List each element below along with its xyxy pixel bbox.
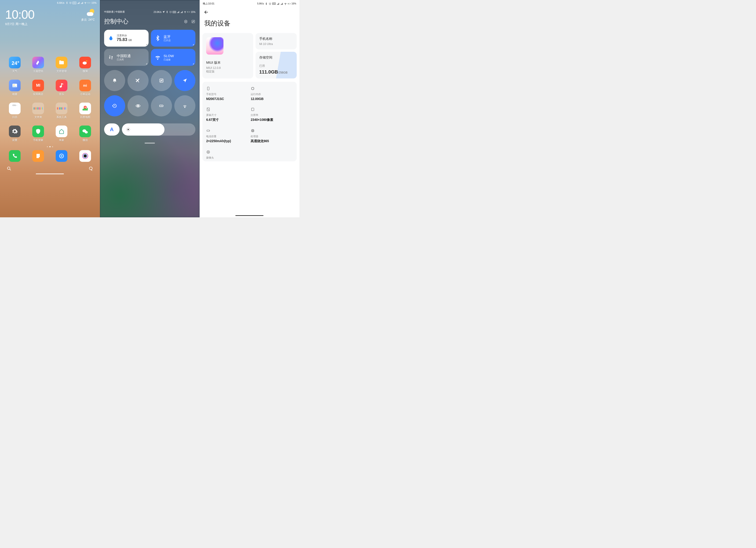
camera-icon bbox=[206, 150, 210, 154]
app-music[interactable]: 音乐 bbox=[51, 80, 72, 96]
dock-camera[interactable] bbox=[74, 150, 95, 162]
auto-brightness-toggle[interactable]: A bbox=[104, 123, 120, 136]
home-indicator[interactable] bbox=[235, 215, 263, 216]
airplane-toggle[interactable] bbox=[128, 70, 149, 91]
svg-point-20 bbox=[170, 11, 172, 13]
app-folder-system[interactable]: 系统工具 bbox=[51, 103, 72, 119]
app-wechat[interactable]: 微信 bbox=[74, 125, 95, 142]
device-info-screen: 晚上10:01 5.8K/s HD 16% 我的设备 MIUI 版本 MIUI … bbox=[200, 0, 299, 217]
carrier-text: 中国联通 | 中国联通 bbox=[104, 10, 125, 14]
svg-point-24 bbox=[185, 21, 186, 22]
bluetooth-tile[interactable]: 蓝牙已开启 bbox=[151, 30, 195, 47]
eye-comfort-toggle[interactable] bbox=[128, 95, 149, 116]
battery-icon bbox=[206, 128, 210, 133]
storage-total: /256GB bbox=[278, 71, 288, 74]
app-theme[interactable]: 主题壁纸 bbox=[28, 57, 49, 73]
edit-icon[interactable] bbox=[191, 19, 195, 24]
storage-used: 111.0GB bbox=[259, 69, 278, 74]
svg-point-28 bbox=[137, 105, 139, 106]
app-weibo[interactable]: 微博 bbox=[74, 57, 95, 73]
tile-name: SLOW bbox=[164, 54, 174, 58]
specs-card[interactable]: 手机型号M2007J1SC 运行内存12.00GB 屏幕尺寸6.67英寸 分辨率… bbox=[202, 82, 297, 161]
spec-screen: 屏幕尺寸6.67英寸 bbox=[206, 107, 248, 122]
weather-temp: 24°C bbox=[88, 18, 95, 21]
app-label: 设置 bbox=[12, 138, 17, 142]
spec-resolution: 分辨率2340×1080像素 bbox=[251, 107, 293, 122]
home-indicator[interactable] bbox=[36, 173, 64, 174]
app-mijia[interactable]: 米家 bbox=[51, 125, 72, 142]
miui-version: MIUI 12.0.8 bbox=[206, 66, 249, 70]
svg-point-19 bbox=[7, 167, 10, 169]
wifi-tile[interactable]: SLOW已连接 bbox=[151, 49, 195, 66]
weather-widget[interactable]: 多云 24°C bbox=[81, 8, 95, 22]
bluetooth-icon bbox=[166, 11, 168, 13]
storage-used-label: 已用 bbox=[259, 64, 293, 68]
weather-cond: 多云 bbox=[81, 18, 87, 21]
app-label: 微博 bbox=[83, 70, 88, 73]
brightness-icon bbox=[126, 127, 130, 132]
app-security[interactable]: 手机管家 bbox=[28, 125, 49, 142]
status-bar: 中国联通 | 中国联通 23.0K/s HD 15% bbox=[104, 0, 196, 17]
device-name-card[interactable]: 手机名称 Mi 10 Ultra bbox=[256, 33, 297, 49]
net-speed: 6.6K/s bbox=[57, 1, 64, 4]
drag-handle[interactable] bbox=[145, 143, 155, 143]
app-label: 相册 bbox=[12, 92, 17, 96]
app-label: 日历 bbox=[12, 115, 17, 119]
app-gallery[interactable]: 相册 bbox=[4, 80, 25, 96]
clock-date: 9月7日 周一晚上 bbox=[5, 22, 34, 26]
app-calendar[interactable]: 星期一7日历 bbox=[4, 103, 25, 119]
tile-name: 中国联通 bbox=[117, 54, 131, 58]
battery-pct: 15% bbox=[91, 1, 97, 4]
resolution-icon bbox=[251, 107, 255, 111]
gear-icon bbox=[9, 125, 21, 137]
droplet-icon bbox=[108, 35, 114, 41]
storage-card[interactable]: 存储空间 已用 111.0GB/256GB bbox=[256, 52, 297, 78]
app-label: 应用商店 bbox=[33, 92, 43, 96]
data-usage-tile[interactable]: 流量剩余75.83 GB bbox=[104, 30, 149, 47]
bluetooth-icon bbox=[155, 35, 161, 41]
mobile-data-tile[interactable]: 中国联通已关闭 bbox=[104, 49, 149, 66]
nav-bar bbox=[0, 165, 100, 172]
settings-icon[interactable] bbox=[184, 19, 188, 24]
app-store[interactable]: MI应用商店 bbox=[28, 80, 49, 96]
notes-icon bbox=[32, 150, 44, 162]
clock-widget[interactable]: 10:00 9月7日 周一晚上 bbox=[5, 8, 34, 26]
location-toggle[interactable] bbox=[174, 70, 195, 91]
dock-phone[interactable] bbox=[4, 150, 25, 162]
nfc-toggle[interactable] bbox=[151, 70, 172, 91]
battery-saver-toggle[interactable] bbox=[151, 95, 172, 116]
dnd-toggle[interactable] bbox=[104, 70, 125, 91]
page-title: 我的设备 bbox=[200, 18, 299, 33]
brightness-slider[interactable] bbox=[122, 123, 196, 136]
app-files[interactable]: 文件管理 bbox=[51, 57, 72, 73]
svg-point-7 bbox=[14, 84, 15, 85]
folder-icon bbox=[56, 103, 67, 114]
app-label: 百度地图 bbox=[80, 115, 90, 119]
miui-version-card[interactable]: MIUI 版本 MIUI 12.0.8 稳定版 bbox=[202, 33, 253, 78]
page-indicator bbox=[0, 146, 100, 147]
app-weather[interactable]: 24°天气 bbox=[4, 57, 25, 73]
back-button[interactable] bbox=[200, 7, 299, 18]
alarm-icon bbox=[169, 11, 172, 13]
svg-point-18 bbox=[84, 154, 87, 157]
tile-label: 流量剩余 bbox=[117, 34, 132, 37]
app-folder-1[interactable]: 文件夹 bbox=[28, 103, 49, 119]
app-mi-sport[interactable]: mi小米运动 bbox=[74, 80, 95, 96]
app-baidu-map[interactable]: 百度地图 bbox=[74, 103, 95, 119]
svg-point-31 bbox=[128, 129, 129, 130]
search-icon[interactable] bbox=[7, 166, 12, 171]
control-center-screen: 中国联通 | 中国联通 23.0K/s HD 15% 控制中心 bbox=[100, 0, 200, 217]
rotation-lock-toggle[interactable] bbox=[104, 95, 125, 116]
dock-notes[interactable] bbox=[28, 150, 49, 162]
signal-icon bbox=[77, 1, 80, 4]
dock-browser[interactable] bbox=[51, 150, 72, 162]
app-settings[interactable]: 设置 bbox=[4, 125, 25, 142]
svg-rect-41 bbox=[252, 130, 254, 132]
net-speed: 5.8K/s bbox=[257, 2, 264, 5]
wifi-icon bbox=[184, 11, 186, 13]
mi-ai-icon[interactable] bbox=[88, 166, 93, 171]
hotspot-toggle[interactable] bbox=[174, 95, 195, 116]
tile-name: 蓝牙 bbox=[164, 34, 171, 39]
svg-rect-37 bbox=[252, 88, 254, 90]
svg-point-30 bbox=[185, 107, 185, 108]
